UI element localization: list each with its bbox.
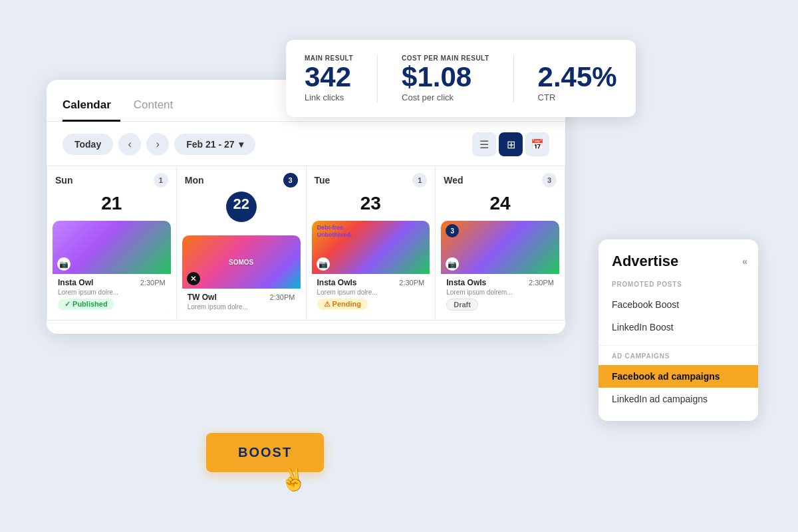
post-card-2[interactable]: SOMOS ✕ TW Owl 2:30PM Lorem ipsum dolre.…: [182, 235, 301, 315]
post-time-3: 2:30PM: [399, 279, 424, 287]
tab-content[interactable]: Content: [134, 93, 183, 122]
cost-value: $1.08: [402, 63, 489, 91]
post-card-3[interactable]: Debt-free.Unbothered. 📷 Insta Owls 2:30P…: [312, 221, 430, 314]
cost-sub: Cost per click: [402, 92, 489, 102]
somos-text: SOMOS: [229, 259, 253, 266]
ctr-block: 2.45% CTR: [538, 55, 617, 102]
today-button[interactable]: Today: [63, 134, 113, 155]
post-desc-4: Lorem ipsum dolrem...: [446, 289, 554, 296]
day-num-mon: 22: [226, 192, 257, 222]
instagram-icon-4: 📷: [446, 257, 459, 271]
post-status-4: Draft: [446, 299, 478, 311]
post-title-row-1: Insta Owl 2:30PM: [58, 278, 166, 287]
day-sun-21: Sun 1 21 📷 Insta Owl 2:30PM Lorem ipsum …: [47, 166, 177, 321]
main-result-sub: Link clicks: [305, 92, 353, 102]
post-image-1: 📷: [53, 221, 171, 274]
day-wed-24: Wed 3 24 3 📷 Insta Owls 2:30PM Lorem ips…: [436, 166, 565, 321]
prev-button[interactable]: ‹: [118, 133, 141, 156]
post-desc-3: Lorem ipsum dolre...: [317, 289, 425, 296]
day-tue-23: Tue 1 23 Debt-free.Unbothered. 📷 Insta O…: [307, 166, 436, 321]
date-range-label: Feb 21 - 27: [186, 139, 234, 150]
calendar-icon: 📅: [531, 138, 544, 151]
post-image-2: SOMOS ✕: [182, 235, 301, 289]
tab-calendar[interactable]: Calendar: [63, 93, 120, 122]
main-panel: Calendar Content Today ‹ › Feb 21 - 27 ▾…: [47, 80, 565, 334]
boost-button[interactable]: BOOST: [206, 433, 324, 472]
twitter-icon: ✕: [187, 272, 200, 285]
post-time-2: 2:30PM: [270, 293, 295, 301]
debt-free-text: Debt-free.Unbothered.: [317, 224, 352, 239]
post-status-1: ✓ Published: [58, 299, 114, 310]
post-time-4: 2:30PM: [529, 279, 554, 287]
post-title-2: TW Owl: [188, 293, 217, 302]
day-num-sun: 21: [47, 192, 176, 221]
post-image-3: Debt-free.Unbothered. 📷: [312, 221, 430, 274]
list-icon: ☰: [479, 138, 489, 151]
toolbar: Today ‹ › Feb 21 - 27 ▾ ☰ ⊞ 📅: [47, 132, 565, 166]
date-range-button[interactable]: Feb 21 - 27 ▾: [174, 134, 255, 155]
post-time-1: 2:30PM: [140, 279, 166, 287]
stats-divider-1: [377, 55, 378, 102]
day-num-wed: 24: [436, 192, 565, 221]
grid-icon: ⊞: [507, 138, 515, 151]
main-result-value: 342: [305, 63, 353, 91]
day-badge-tue: 1: [412, 173, 427, 188]
post-desc-2: Lorem ipsum dolre...: [188, 303, 295, 311]
promoted-posts-label: PROMOTED POSTS: [598, 281, 758, 293]
post-card-4[interactable]: 3 📷 Insta Owls 2:30PM Lorem ipsum dolrem…: [441, 221, 559, 315]
post-title-row-4: Insta Owls 2:30PM: [446, 278, 554, 287]
list-view-button[interactable]: ☰: [472, 132, 496, 156]
post-desc-1: Lorem ipsum dolre...: [58, 289, 166, 296]
day-num-tue: 23: [307, 192, 436, 221]
post-title-row-2: TW Owl 2:30PM: [188, 293, 295, 302]
stats-divider-2: [513, 55, 514, 102]
day-badge-mon: 3: [283, 173, 298, 188]
adv-divider: [598, 345, 758, 346]
day-header-tue: Tue 1: [307, 166, 436, 192]
instagram-icon-1: 📷: [57, 257, 70, 271]
day-header-sun: Sun 1: [47, 166, 176, 192]
advertise-panel: Advertise « PROMOTED POSTS Facebook Boos…: [598, 239, 758, 421]
post-title-3: Insta Owls: [317, 278, 357, 287]
advertise-title: Advertise: [612, 253, 678, 270]
post-title-row-3: Insta Owls 2:30PM: [317, 278, 425, 287]
view-buttons: ☰ ⊞ 📅: [472, 132, 549, 156]
day-badge-wed: 3: [542, 173, 557, 188]
calendar-grid: Sun 1 21 📷 Insta Owl 2:30PM Lorem ipsum …: [47, 166, 565, 321]
post-status-3: ⚠ Pending: [317, 299, 368, 310]
day-name-wed: Wed: [444, 175, 463, 186]
post-badge-num-4: 3: [446, 224, 459, 237]
collapse-button[interactable]: «: [742, 256, 747, 267]
linkedin-boost-item[interactable]: LinkedIn Boost: [598, 316, 758, 338]
facebook-boost-item[interactable]: Facebook Boost: [598, 293, 758, 316]
day-name-tue: Tue: [315, 175, 331, 186]
post-info-2: TW Owl 2:30PM Lorem ipsum dolre...: [182, 289, 301, 315]
post-title-4: Insta Owls: [446, 278, 486, 287]
day-badge-sun: 1: [154, 173, 168, 188]
facebook-ad-campaigns-item[interactable]: Facebook ad campaigns: [598, 365, 758, 388]
range-chevron-icon: ▾: [239, 139, 243, 150]
stats-card: MAIN RESULT 342 Link clicks COST PER MAI…: [286, 40, 636, 117]
grid-view-button[interactable]: ⊞: [499, 132, 523, 156]
day-header-mon: Mon 3: [177, 166, 306, 192]
linkedin-ad-campaigns-item[interactable]: LinkedIn ad campaigns: [598, 388, 758, 410]
post-title-1: Insta Owl: [58, 278, 93, 287]
next-button[interactable]: ›: [146, 133, 169, 156]
post-info-4: Insta Owls 2:30PM Lorem ipsum dolrem... …: [441, 274, 559, 315]
day-name-sun: Sun: [55, 175, 72, 186]
post-card-1[interactable]: 📷 Insta Owl 2:30PM Lorem ipsum dolre... …: [53, 221, 171, 314]
ctr-sub: CTR: [538, 92, 617, 102]
ad-campaigns-label: AD CAMPAIGNS: [598, 352, 758, 365]
post-info-3: Insta Owls 2:30PM Lorem ipsum dolre... ⚠…: [312, 274, 430, 314]
advertise-header: Advertise «: [598, 253, 758, 281]
day-name-mon: Mon: [185, 175, 204, 186]
main-result-block: MAIN RESULT 342 Link clicks: [305, 55, 353, 102]
day-header-wed: Wed 3: [436, 166, 565, 192]
instagram-icon-3: 📷: [317, 257, 330, 271]
ctr-value: 2.45%: [538, 63, 617, 91]
calendar-view-button[interactable]: 📅: [525, 132, 549, 156]
post-info-1: Insta Owl 2:30PM Lorem ipsum dolre... ✓ …: [53, 274, 171, 314]
post-image-4: 3 📷: [441, 221, 559, 274]
day-mon-22: Mon 3 22 SOMOS ✕ TW Owl 2:30PM Lorem ips…: [177, 166, 307, 321]
cost-block: COST PER MAIN RESULT $1.08 Cost per clic…: [402, 55, 489, 102]
